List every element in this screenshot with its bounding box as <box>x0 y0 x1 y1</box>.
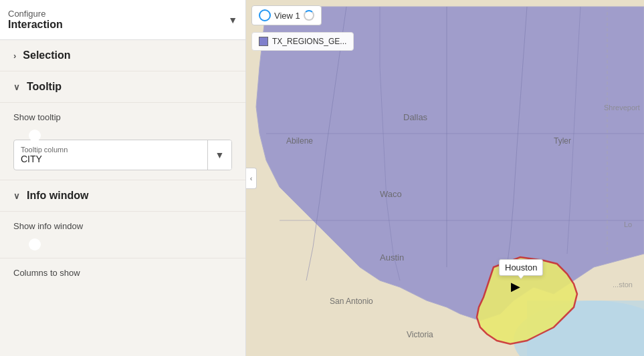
info-window-section-body: Show info window <box>0 212 245 258</box>
tooltip-column-value: CITY <box>21 154 201 164</box>
selection-section: › Selection <box>0 40 245 71</box>
configure-header-text: Configure Interaction <box>8 9 63 31</box>
selection-arrow-icon: › <box>13 51 16 61</box>
tooltip-label: Tooltip <box>27 81 62 93</box>
svg-text:Victoria: Victoria <box>407 330 433 339</box>
tooltip-section-body: Show tooltip Tooltip column CITY ▼ <box>0 103 245 180</box>
view-label: View 1 <box>274 11 300 21</box>
svg-text:...ston: ...ston <box>613 281 633 289</box>
svg-text:Dallas: Dallas <box>403 112 428 122</box>
selection-label: Selection <box>23 49 70 61</box>
info-window-section: ∨ Info window Show info window Columns t… <box>0 180 245 283</box>
view-button[interactable]: View 1 <box>251 5 322 25</box>
layer-name: TX_REGIONS_GE... <box>272 37 346 46</box>
configure-interaction-header[interactable]: Configure Interaction ▼ <box>0 0 245 40</box>
tooltip-section: ∨ Tooltip Show tooltip Tooltip column CI… <box>0 71 245 180</box>
globe-icon <box>259 9 271 21</box>
map-area[interactable]: ‹ Dallas Tyler Abilene Waco Austin San A <box>246 0 644 356</box>
info-window-section-header[interactable]: ∨ Info window <box>0 180 245 212</box>
configure-chevron-icon: ▼ <box>228 15 237 25</box>
layer-legend: TX_REGIONS_GE... <box>251 32 354 51</box>
configure-line1: Configure <box>8 9 63 19</box>
tooltip-column-label-area: Tooltip column CITY <box>14 140 207 170</box>
layer-color-box <box>259 37 268 46</box>
columns-to-show-label: Columns to show <box>0 258 245 283</box>
tooltip-column-dropdown-btn[interactable]: ▼ <box>207 140 231 170</box>
selection-section-header[interactable]: › Selection <box>0 40 245 71</box>
map-svg: Dallas Tyler Abilene Waco Austin San Ant… <box>246 0 644 356</box>
svg-text:San Antonio: San Antonio <box>330 297 373 306</box>
svg-text:Shreveport: Shreveport <box>604 104 640 112</box>
info-window-arrow-icon: ∨ <box>13 191 20 201</box>
loading-icon <box>304 10 314 21</box>
tooltip-column-dropdown[interactable]: Tooltip column CITY ▼ <box>13 140 232 170</box>
tooltip-arrow-icon: ∨ <box>13 82 20 92</box>
svg-text:Austin: Austin <box>380 252 404 262</box>
svg-text:Abilene: Abilene <box>286 136 313 146</box>
svg-text:Waco: Waco <box>380 189 402 199</box>
show-tooltip-label: Show tooltip <box>13 112 232 122</box>
map-collapse-button[interactable]: ‹ <box>246 168 257 189</box>
svg-text:Tyler: Tyler <box>554 136 571 146</box>
info-window-label: Info window <box>27 190 88 202</box>
tooltip-section-header[interactable]: ∨ Tooltip <box>0 71 245 103</box>
map-toolbar: View 1 <box>251 5 322 25</box>
svg-text:Lo: Lo <box>624 220 632 228</box>
configure-line2: Interaction <box>8 19 63 31</box>
left-panel: Configure Interaction ▼ › Selection ∨ To… <box>0 0 246 356</box>
show-info-window-label: Show info window <box>13 221 232 231</box>
tooltip-column-title: Tooltip column <box>21 146 201 154</box>
